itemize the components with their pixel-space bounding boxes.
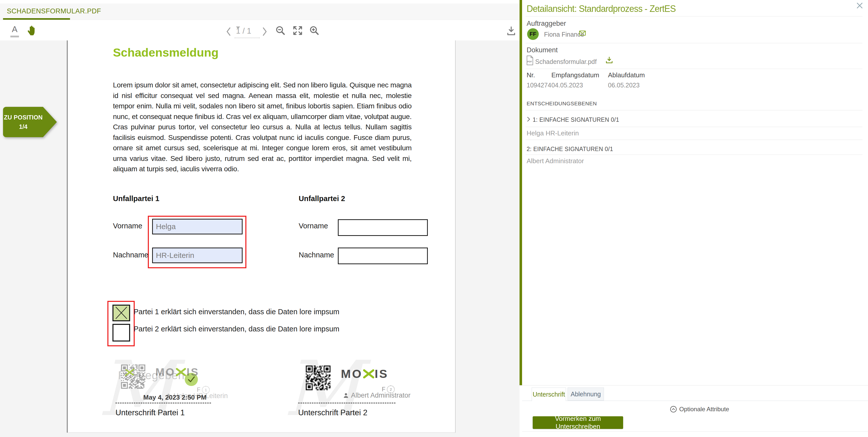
active-tab-underline bbox=[3, 18, 70, 20]
magnifier-plus-icon bbox=[309, 25, 320, 36]
expand-arrows-icon bbox=[292, 25, 304, 36]
download-document-button[interactable] bbox=[505, 25, 517, 38]
document-tabbar: SCHADENSFORMULAR.PDF bbox=[0, 3, 520, 20]
tab-label: Unterschrift bbox=[533, 391, 565, 398]
signature2-signer: Albert Administrator bbox=[343, 392, 411, 399]
divider bbox=[526, 16, 863, 17]
pdf-page: Schadensmeldung Lorem ipsum dolor sit am… bbox=[67, 40, 456, 433]
signature1-date: May 4, 2023 2:50 PM bbox=[143, 394, 207, 401]
pdf-viewer: SCHADENSFORMULAR.PDF A 1 / 1 bbox=[0, 0, 520, 437]
consent-label-party1: Partei 1 erklärt sich einverstanden, das… bbox=[134, 308, 339, 316]
field-code: F bbox=[197, 386, 200, 393]
moxis-is: IS bbox=[186, 366, 199, 378]
level1-title[interactable]: 1: EINFACHE SIGNATUREN 0/1 bbox=[533, 117, 619, 123]
divider bbox=[526, 69, 863, 69]
pdf-file-icon: PDF bbox=[526, 56, 534, 66]
close-icon bbox=[856, 2, 863, 9]
next-page-button[interactable] bbox=[261, 26, 268, 38]
download-icon bbox=[605, 56, 614, 65]
zoom-out-button[interactable] bbox=[275, 25, 286, 37]
party2-vorname-label: Vorname bbox=[299, 222, 328, 230]
chevron-left-icon bbox=[225, 26, 232, 37]
zoom-in-button[interactable] bbox=[309, 25, 320, 37]
moxis-mo: MO bbox=[341, 367, 363, 381]
party1-vorname-field[interactable] bbox=[152, 219, 243, 235]
client-name: Fiona Finance bbox=[544, 31, 584, 38]
magnifier-minus-icon bbox=[275, 25, 286, 36]
consent-checkbox-party1[interactable] bbox=[113, 305, 130, 321]
tab-label: SCHADENSFORMULAR.PDF bbox=[7, 7, 101, 15]
signature1-label: Unterschrift Partei 1 bbox=[116, 408, 185, 417]
hand-icon bbox=[26, 25, 38, 36]
pan-hand-button[interactable] bbox=[26, 25, 38, 37]
party2-nachname-field[interactable] bbox=[338, 248, 428, 264]
level2-title[interactable]: 2: EINFACHE SIGNATUREN 0/1 bbox=[527, 146, 613, 153]
party2-vorname-field[interactable] bbox=[338, 219, 428, 236]
download-icon bbox=[505, 25, 517, 37]
signature2-qr-code bbox=[306, 365, 331, 391]
download-file-button[interactable] bbox=[605, 56, 614, 66]
divider bbox=[526, 110, 863, 111]
document-heading: Dokument bbox=[527, 46, 558, 54]
signature1-sparkle-icon bbox=[124, 366, 140, 378]
avatar-initials: FF bbox=[530, 31, 536, 37]
level1-member: Helga HR-Leiterin bbox=[527, 129, 579, 137]
signature1-field-ref: F 1 bbox=[197, 386, 210, 394]
divider bbox=[526, 127, 863, 127]
field-number-circle: 1 bbox=[202, 386, 210, 394]
party1-nachname-label: Nachname bbox=[113, 251, 148, 259]
viewer-canvas: Schadensmeldung Lorem ipsum dolor sit am… bbox=[0, 40, 520, 437]
client-heading: Auftraggeber bbox=[527, 20, 566, 28]
badge-line2: 1/4 bbox=[19, 123, 27, 130]
signature1-moxis-logo: MO IS bbox=[155, 366, 199, 378]
tab-label: Ablehnung bbox=[570, 391, 601, 398]
vormerken-button[interactable]: Vormerken zum Unterschreiben bbox=[533, 416, 623, 429]
meta-val-empfangsdatum: 04.05.2023 bbox=[551, 82, 583, 89]
party1-heading: Unfallpartei 1 bbox=[113, 194, 159, 203]
document-filename[interactable]: Schadensformular.pdf bbox=[535, 58, 597, 65]
person-icon bbox=[343, 393, 349, 399]
moxis-is: IS bbox=[375, 367, 389, 381]
meta-col-ablaufdatum: Ablaufdatum bbox=[608, 71, 645, 79]
badge-line1: ZU POSITION bbox=[4, 114, 42, 121]
email-button[interactable] bbox=[579, 29, 586, 38]
party1-vorname-label: Vorname bbox=[113, 222, 142, 230]
chevron-right-icon bbox=[261, 26, 268, 37]
consent-label-party2: Partei 2 erklärt sich einverstanden, das… bbox=[134, 325, 339, 333]
circle-chevron-up-icon bbox=[670, 406, 677, 413]
party1-nachname-field[interactable] bbox=[152, 248, 243, 263]
vormerken-label: Vormerken zum Unterschreiben bbox=[534, 415, 622, 431]
zu-position-badge[interactable]: ZU POSITION 1/4 bbox=[3, 107, 57, 137]
meta-col-nr: Nr. bbox=[527, 71, 535, 79]
meta-val-nr: 1094274 bbox=[527, 82, 551, 89]
divider bbox=[526, 155, 863, 155]
chevron-right-icon bbox=[526, 116, 531, 122]
fit-screen-button[interactable] bbox=[292, 25, 304, 37]
footer-top-divider bbox=[520, 385, 868, 385]
field-number-circle: 2 bbox=[387, 385, 395, 393]
signature2-line bbox=[298, 403, 396, 403]
moxis-x-icon bbox=[363, 369, 374, 378]
page-indicator-dropdown[interactable]: 1 / 1 bbox=[235, 26, 260, 38]
badge-text: ZU POSITION 1/4 bbox=[3, 107, 43, 137]
tab-unterschrift[interactable]: Unterschrift bbox=[532, 387, 566, 401]
moxis-mo: MO bbox=[155, 366, 175, 378]
meta-col-empfangsdatum: Empfangsdatum bbox=[551, 71, 599, 79]
tab-ablehnung[interactable]: Ablehnung bbox=[567, 387, 604, 401]
level2-member: Albert Administrator bbox=[527, 157, 584, 165]
consent-checkbox-party2[interactable] bbox=[113, 324, 130, 342]
close-panel-button[interactable] bbox=[856, 2, 863, 10]
optional-attributes-toggle[interactable]: Optionale Attribute bbox=[670, 406, 729, 413]
text-tool-button[interactable]: A bbox=[10, 25, 21, 37]
tabs-baseline bbox=[522, 401, 868, 401]
previous-page-button[interactable] bbox=[225, 26, 232, 38]
party2-heading: Unfallpartei 2 bbox=[299, 194, 345, 203]
tab-schadensformular[interactable]: SCHADENSFORMULAR.PDF bbox=[0, 3, 70, 20]
signature1-line bbox=[116, 403, 211, 403]
panel-green-divider bbox=[520, 0, 522, 385]
optional-attributes-label: Optionale Attribute bbox=[679, 406, 729, 413]
font-a-icon: A bbox=[12, 25, 18, 34]
divider bbox=[526, 43, 863, 43]
expand-level1-button[interactable] bbox=[526, 116, 531, 123]
pdf-paragraph: Lorem ipsum dolor sit amet, consectetur … bbox=[113, 80, 412, 174]
